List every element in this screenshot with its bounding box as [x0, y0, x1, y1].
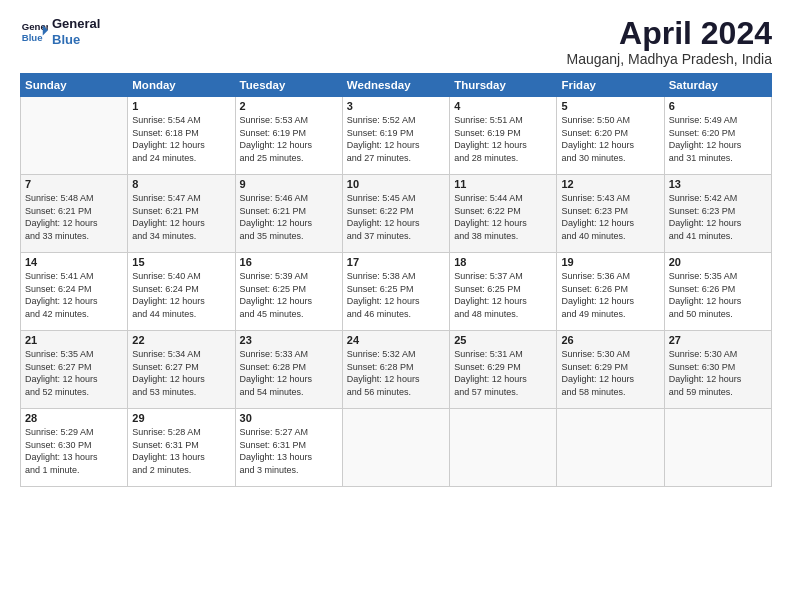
day-info: Sunrise: 5:54 AM Sunset: 6:18 PM Dayligh…: [132, 114, 230, 164]
day-number: 9: [240, 178, 338, 190]
day-number: 18: [454, 256, 552, 268]
day-info: Sunrise: 5:42 AM Sunset: 6:23 PM Dayligh…: [669, 192, 767, 242]
calendar-cell: 8Sunrise: 5:47 AM Sunset: 6:21 PM Daylig…: [128, 175, 235, 253]
day-info: Sunrise: 5:28 AM Sunset: 6:31 PM Dayligh…: [132, 426, 230, 476]
day-info: Sunrise: 5:32 AM Sunset: 6:28 PM Dayligh…: [347, 348, 445, 398]
day-number: 6: [669, 100, 767, 112]
column-header-wednesday: Wednesday: [342, 74, 449, 97]
week-row-0: 1Sunrise: 5:54 AM Sunset: 6:18 PM Daylig…: [21, 97, 772, 175]
day-number: 30: [240, 412, 338, 424]
column-header-monday: Monday: [128, 74, 235, 97]
calendar-cell: 28Sunrise: 5:29 AM Sunset: 6:30 PM Dayli…: [21, 409, 128, 487]
logo: General Blue General Blue: [20, 16, 100, 47]
svg-text:Blue: Blue: [22, 31, 43, 42]
day-number: 25: [454, 334, 552, 346]
day-number: 8: [132, 178, 230, 190]
day-number: 11: [454, 178, 552, 190]
day-number: 23: [240, 334, 338, 346]
day-info: Sunrise: 5:40 AM Sunset: 6:24 PM Dayligh…: [132, 270, 230, 320]
day-number: 13: [669, 178, 767, 190]
day-info: Sunrise: 5:31 AM Sunset: 6:29 PM Dayligh…: [454, 348, 552, 398]
day-number: 27: [669, 334, 767, 346]
calendar-cell: 7Sunrise: 5:48 AM Sunset: 6:21 PM Daylig…: [21, 175, 128, 253]
calendar-title: April 2024: [567, 16, 772, 51]
calendar-cell: 23Sunrise: 5:33 AM Sunset: 6:28 PM Dayli…: [235, 331, 342, 409]
day-info: Sunrise: 5:45 AM Sunset: 6:22 PM Dayligh…: [347, 192, 445, 242]
calendar-cell: 30Sunrise: 5:27 AM Sunset: 6:31 PM Dayli…: [235, 409, 342, 487]
day-info: Sunrise: 5:48 AM Sunset: 6:21 PM Dayligh…: [25, 192, 123, 242]
calendar-cell: 20Sunrise: 5:35 AM Sunset: 6:26 PM Dayli…: [664, 253, 771, 331]
calendar-cell: 11Sunrise: 5:44 AM Sunset: 6:22 PM Dayli…: [450, 175, 557, 253]
day-info: Sunrise: 5:53 AM Sunset: 6:19 PM Dayligh…: [240, 114, 338, 164]
calendar-cell: [21, 97, 128, 175]
day-number: 28: [25, 412, 123, 424]
day-info: Sunrise: 5:51 AM Sunset: 6:19 PM Dayligh…: [454, 114, 552, 164]
day-info: Sunrise: 5:36 AM Sunset: 6:26 PM Dayligh…: [561, 270, 659, 320]
day-number: 14: [25, 256, 123, 268]
calendar-cell: 24Sunrise: 5:32 AM Sunset: 6:28 PM Dayli…: [342, 331, 449, 409]
calendar-cell: 5Sunrise: 5:50 AM Sunset: 6:20 PM Daylig…: [557, 97, 664, 175]
calendar-cell: 15Sunrise: 5:40 AM Sunset: 6:24 PM Dayli…: [128, 253, 235, 331]
week-row-2: 14Sunrise: 5:41 AM Sunset: 6:24 PM Dayli…: [21, 253, 772, 331]
day-info: Sunrise: 5:33 AM Sunset: 6:28 PM Dayligh…: [240, 348, 338, 398]
calendar-cell: [557, 409, 664, 487]
calendar-cell: 9Sunrise: 5:46 AM Sunset: 6:21 PM Daylig…: [235, 175, 342, 253]
day-info: Sunrise: 5:30 AM Sunset: 6:30 PM Dayligh…: [669, 348, 767, 398]
calendar-header-row: SundayMondayTuesdayWednesdayThursdayFrid…: [21, 74, 772, 97]
day-info: Sunrise: 5:47 AM Sunset: 6:21 PM Dayligh…: [132, 192, 230, 242]
calendar-cell: 19Sunrise: 5:36 AM Sunset: 6:26 PM Dayli…: [557, 253, 664, 331]
day-info: Sunrise: 5:52 AM Sunset: 6:19 PM Dayligh…: [347, 114, 445, 164]
day-info: Sunrise: 5:41 AM Sunset: 6:24 PM Dayligh…: [25, 270, 123, 320]
day-info: Sunrise: 5:44 AM Sunset: 6:22 PM Dayligh…: [454, 192, 552, 242]
day-number: 21: [25, 334, 123, 346]
column-header-tuesday: Tuesday: [235, 74, 342, 97]
day-info: Sunrise: 5:35 AM Sunset: 6:27 PM Dayligh…: [25, 348, 123, 398]
day-number: 3: [347, 100, 445, 112]
calendar-cell: 6Sunrise: 5:49 AM Sunset: 6:20 PM Daylig…: [664, 97, 771, 175]
calendar-cell: 29Sunrise: 5:28 AM Sunset: 6:31 PM Dayli…: [128, 409, 235, 487]
calendar-cell: 12Sunrise: 5:43 AM Sunset: 6:23 PM Dayli…: [557, 175, 664, 253]
day-number: 2: [240, 100, 338, 112]
calendar-cell: [450, 409, 557, 487]
calendar-cell: 3Sunrise: 5:52 AM Sunset: 6:19 PM Daylig…: [342, 97, 449, 175]
day-info: Sunrise: 5:39 AM Sunset: 6:25 PM Dayligh…: [240, 270, 338, 320]
calendar-cell: 27Sunrise: 5:30 AM Sunset: 6:30 PM Dayli…: [664, 331, 771, 409]
day-number: 5: [561, 100, 659, 112]
day-number: 26: [561, 334, 659, 346]
calendar-cell: 17Sunrise: 5:38 AM Sunset: 6:25 PM Dayli…: [342, 253, 449, 331]
calendar-cell: 21Sunrise: 5:35 AM Sunset: 6:27 PM Dayli…: [21, 331, 128, 409]
calendar-cell: [342, 409, 449, 487]
day-info: Sunrise: 5:29 AM Sunset: 6:30 PM Dayligh…: [25, 426, 123, 476]
week-row-3: 21Sunrise: 5:35 AM Sunset: 6:27 PM Dayli…: [21, 331, 772, 409]
logo-text: General Blue: [52, 16, 100, 47]
day-number: 12: [561, 178, 659, 190]
week-row-4: 28Sunrise: 5:29 AM Sunset: 6:30 PM Dayli…: [21, 409, 772, 487]
column-header-thursday: Thursday: [450, 74, 557, 97]
day-info: Sunrise: 5:38 AM Sunset: 6:25 PM Dayligh…: [347, 270, 445, 320]
day-number: 16: [240, 256, 338, 268]
calendar-page: General Blue General Blue April 2024 Mau…: [0, 0, 792, 612]
day-number: 29: [132, 412, 230, 424]
logo-icon: General Blue: [20, 18, 48, 46]
calendar-cell: 2Sunrise: 5:53 AM Sunset: 6:19 PM Daylig…: [235, 97, 342, 175]
day-number: 4: [454, 100, 552, 112]
header: General Blue General Blue April 2024 Mau…: [20, 16, 772, 67]
day-number: 20: [669, 256, 767, 268]
day-info: Sunrise: 5:43 AM Sunset: 6:23 PM Dayligh…: [561, 192, 659, 242]
calendar-cell: 14Sunrise: 5:41 AM Sunset: 6:24 PM Dayli…: [21, 253, 128, 331]
day-number: 22: [132, 334, 230, 346]
calendar-cell: 1Sunrise: 5:54 AM Sunset: 6:18 PM Daylig…: [128, 97, 235, 175]
day-info: Sunrise: 5:50 AM Sunset: 6:20 PM Dayligh…: [561, 114, 659, 164]
title-block: April 2024 Mauganj, Madhya Pradesh, Indi…: [567, 16, 772, 67]
day-number: 24: [347, 334, 445, 346]
day-number: 7: [25, 178, 123, 190]
calendar-cell: 25Sunrise: 5:31 AM Sunset: 6:29 PM Dayli…: [450, 331, 557, 409]
calendar-subtitle: Mauganj, Madhya Pradesh, India: [567, 51, 772, 67]
day-info: Sunrise: 5:35 AM Sunset: 6:26 PM Dayligh…: [669, 270, 767, 320]
calendar-table: SundayMondayTuesdayWednesdayThursdayFrid…: [20, 73, 772, 487]
calendar-cell: 4Sunrise: 5:51 AM Sunset: 6:19 PM Daylig…: [450, 97, 557, 175]
day-number: 17: [347, 256, 445, 268]
day-number: 15: [132, 256, 230, 268]
column-header-saturday: Saturday: [664, 74, 771, 97]
day-info: Sunrise: 5:46 AM Sunset: 6:21 PM Dayligh…: [240, 192, 338, 242]
